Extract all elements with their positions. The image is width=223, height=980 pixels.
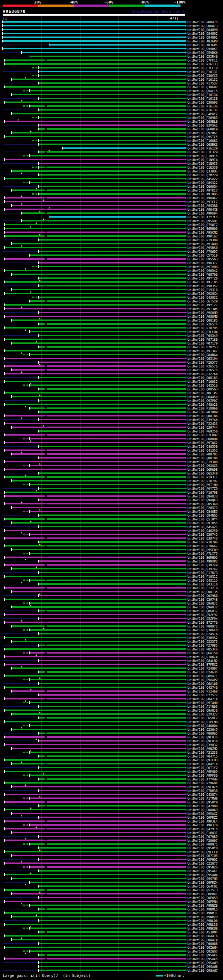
- alignment-bar[interactable]: [5, 935, 184, 937]
- row-label[interactable]: UniRef100_Q39743: [188, 537, 218, 540]
- row-label[interactable]: UniRef100_Q9SAX6: [188, 954, 218, 957]
- row-label[interactable]: UniRef100_Q9SAW7: [188, 969, 218, 972]
- row-label[interactable]: UniRef100_Q8S322: [188, 181, 218, 185]
- alignment-bar[interactable]: [39, 954, 184, 956]
- alignment-row[interactable]: ▲UniRef100_A9U4X8: [0, 208, 223, 212]
- alignment-row[interactable]: UniRef100_C1N9I3: [0, 162, 223, 165]
- alignment-bar[interactable]: [30, 603, 184, 604]
- alignment-bar[interactable]: [5, 434, 184, 436]
- row-label[interactable]: UniRef100_Q9XGX4: [188, 292, 218, 296]
- row-label[interactable]: UniRef100_A9PJ78: [188, 824, 218, 827]
- alignment-bar[interactable]: [5, 304, 184, 305]
- alignment-row[interactable]: UniRef100_O65194: [0, 357, 223, 361]
- alignment-row[interactable]: UniRef100_O24634: [0, 670, 223, 674]
- alignment-bar[interactable]: [12, 763, 184, 764]
- alignment-bar[interactable]: [5, 404, 184, 405]
- alignment-bar[interactable]: [5, 809, 184, 810]
- alignment-bar[interactable]: [39, 683, 184, 684]
- alignment-row[interactable]: UniRef100_Q6A159: [0, 651, 223, 655]
- alignment-bar[interactable]: [5, 721, 184, 722]
- alignment-bar[interactable]: [5, 197, 184, 199]
- alignment-row[interactable]: UniRef100_A4SA23: [0, 402, 223, 406]
- alignment-bar[interactable]: [39, 98, 184, 99]
- alignment-row[interactable]: ▲UniRef100_Q02980: [0, 594, 223, 598]
- row-label[interactable]: UniRef100_Q68BK3: [188, 143, 218, 146]
- row-label[interactable]: UniRef100_C1JZ18: [188, 587, 218, 590]
- alignment-row[interactable]: UniRef100_C0PQS9: [0, 896, 223, 900]
- row-label[interactable]: UniRef100_A9NMJ1: [188, 912, 218, 915]
- alignment-row[interactable]: UniRef100_Q5XR40: [0, 54, 223, 59]
- row-label[interactable]: UniRef100_Q84LN2: [188, 659, 218, 663]
- alignment-row[interactable]: UniRef100_A4SA21: [0, 525, 223, 529]
- alignment-bar[interactable]: [30, 301, 184, 302]
- alignment-row[interactable]: UniRef100_Q9SAX5: [0, 957, 223, 961]
- row-label[interactable]: UniRef100_Q43746: [188, 686, 218, 689]
- alignment-bar[interactable]: [39, 885, 184, 887]
- alignment-bar[interactable]: [30, 928, 184, 929]
- alignment-row[interactable]: UniRef100_C1JZ18: [0, 586, 223, 590]
- alignment-bar[interactable]: [5, 637, 184, 638]
- alignment-bar[interactable]: [39, 128, 184, 130]
- alignment-bar[interactable]: [5, 901, 184, 902]
- row-label[interactable]: UniRef100_C7FF10: [188, 67, 218, 70]
- alignment-bar[interactable]: [5, 530, 184, 531]
- row-label[interactable]: UniRef100_Q9AXP2: [188, 678, 218, 682]
- alignment-bar[interactable]: [5, 782, 184, 784]
- row-label[interactable]: UniRef100_P16132: [188, 78, 218, 81]
- alignment-bar[interactable]: [5, 86, 184, 88]
- row-label[interactable]: UniRef100_Q575T3: [188, 889, 218, 892]
- row-label[interactable]: UniRef100_O24574: [188, 632, 218, 636]
- row-label[interactable]: UniRef100_Q9ZRA1: [188, 131, 218, 135]
- alignment-bar[interactable]: [12, 939, 184, 940]
- alignment-bar[interactable]: [5, 736, 184, 738]
- alignment-row[interactable]: UniRef100_O22572: [0, 693, 223, 697]
- alignment-row[interactable]: UniRef100_Q00SG4: [0, 185, 223, 188]
- alignment-row[interactable]: UniRef100_A9PJL4: [0, 819, 223, 823]
- alignment-row[interactable]: UniRef100_Q33BU5: [0, 169, 223, 173]
- row-label[interactable]: UniRef100_Q9SAX1: [188, 869, 218, 873]
- alignment-row[interactable]: ▲UniRef100_Q96542: [0, 269, 223, 272]
- alignment-bar[interactable]: [5, 840, 184, 841]
- alignment-bar[interactable]: [30, 824, 184, 826]
- alignment-row[interactable]: ▲UniRef100_A9TWX2: [0, 441, 223, 445]
- alignment-row[interactable]: ▲UniRef100_Q9FRZ2: [0, 816, 223, 819]
- alignment-bar[interactable]: [5, 771, 184, 772]
- alignment-row[interactable]: UniRef100_C1N9I4: [0, 158, 223, 162]
- alignment-bar[interactable]: [30, 797, 184, 799]
- alignment-bar[interactable]: [30, 905, 184, 906]
- alignment-bar[interactable]: [12, 916, 184, 918]
- row-label[interactable]: UniRef100_Q84U92: [188, 32, 218, 35]
- row-label[interactable]: UniRef100_Q5ZF94: [188, 617, 218, 620]
- row-label[interactable]: UniRef100_A9NM29: [188, 915, 218, 919]
- alignment-row[interactable]: UniRef100_C7FF10: [0, 66, 223, 70]
- row-label[interactable]: UniRef100_P17537: [188, 82, 218, 85]
- alignment-row[interactable]: ▲UniRef100_Q39746: [0, 418, 223, 422]
- alignment-row[interactable]: UniRef100_A9RJ57: [0, 284, 223, 288]
- alignment-row[interactable]: UniRef100_Q39743: [0, 536, 223, 540]
- alignment-row[interactable]: UniRef100_Q9SAW7: [0, 969, 223, 972]
- alignment-row[interactable]: ▲UniRef100_Q9T4H0: [0, 701, 223, 705]
- alignment-row[interactable]: UniRef100_A7Y7F5: [0, 215, 223, 219]
- alignment-row[interactable]: UniRef100_C1N9I5: [0, 154, 223, 158]
- alignment-bar[interactable]: [5, 365, 184, 367]
- row-label[interactable]: UniRef100_Q33BU5: [188, 170, 218, 173]
- alignment-bar[interactable]: [39, 239, 184, 240]
- row-label[interactable]: UniRef100_P16881: [188, 139, 218, 143]
- alignment-row[interactable]: UniRef100_P26573: [0, 506, 223, 510]
- row-label[interactable]: UniRef100_A4SA23: [188, 403, 218, 406]
- alignment-bar[interactable]: [39, 660, 184, 661]
- alignment-row[interactable]: UniRef100_Q5VBK0: [0, 51, 223, 54]
- row-label[interactable]: UniRef100_Q02980: [188, 594, 218, 598]
- alignment-row[interactable]: UniRef100_A9T9D5: [0, 192, 223, 196]
- row-label[interactable]: UniRef100_O48550: [188, 445, 218, 449]
- row-label[interactable]: UniRef100_Q64FQ1: [188, 885, 218, 888]
- alignment-bar[interactable]: [39, 473, 184, 474]
- alignment-bar[interactable]: [39, 419, 184, 420]
- alignment-row[interactable]: UniRef100_A4SA22: [0, 177, 223, 181]
- alignment-row[interactable]: UniRef100_Q42900: [0, 804, 223, 808]
- alignment-bar[interactable]: [30, 843, 184, 845]
- row-label[interactable]: UniRef100_O24634: [188, 671, 218, 674]
- alignment-bar[interactable]: [12, 690, 184, 692]
- alignment-row[interactable]: ▲UniRef100_A9SRS0: [0, 246, 223, 250]
- alignment-bar[interactable]: [5, 947, 184, 948]
